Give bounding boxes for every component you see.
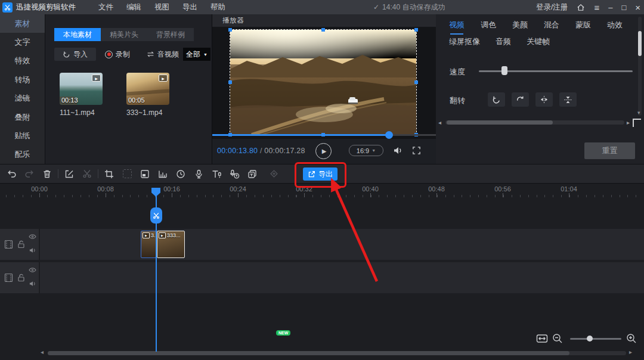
tab-mask[interactable]: 蒙版 (575, 20, 591, 30)
tab-keyframe[interactable]: 关键帧 (527, 36, 550, 47)
lock-icon[interactable] (17, 240, 25, 249)
minimize-button[interactable]: – (608, 3, 612, 12)
resize-handle[interactable] (228, 80, 232, 84)
duration-clock-icon[interactable] (172, 169, 190, 179)
media-clip-card[interactable]: ▶ 00:05 (126, 73, 169, 105)
timeline-hscroll-thumb[interactable] (48, 351, 569, 355)
seekbar-thumb[interactable] (385, 131, 393, 139)
sidebar-item-filters[interactable]: 滤镜 (0, 89, 45, 108)
hscroll-right-arrow[interactable]: ▸ (627, 119, 630, 126)
track-mute-icon[interactable] (29, 280, 36, 287)
home-icon[interactable] (577, 4, 585, 11)
export-button[interactable]: 导出 (303, 167, 338, 181)
import-button[interactable]: 导入 (54, 48, 96, 61)
tab-greenscreen[interactable]: 绿屏抠像 (449, 36, 480, 47)
delete-icon[interactable] (38, 169, 56, 179)
props-vscroll-thumb[interactable] (638, 31, 642, 56)
timeline-clip[interactable]: ▶3. (141, 231, 156, 258)
text-to-speech-icon[interactable] (208, 169, 225, 179)
rotate-right-button[interactable] (512, 92, 529, 107)
filter-dropdown[interactable]: 全部 ▼ (183, 48, 210, 61)
hamburger-menu-icon[interactable]: ≡ (594, 2, 599, 13)
tab-color[interactable]: 调色 (481, 20, 496, 30)
props-vscrollbar[interactable] (638, 17, 642, 116)
rotate-left-button[interactable] (488, 92, 505, 107)
lock-icon[interactable] (17, 274, 25, 282)
sidebar-item-music[interactable]: 配乐 (0, 145, 45, 164)
voiceover-mic-icon[interactable] (190, 169, 208, 179)
media-type-toggle[interactable]: 音视频 (147, 48, 179, 61)
timeline-hscroll-left[interactable]: ◂ (41, 349, 44, 355)
tab-intro-templates[interactable]: 精美片头 (101, 28, 147, 41)
props-hscrollbar[interactable] (445, 120, 624, 125)
playhead-split-button[interactable] (150, 207, 162, 224)
picture-in-picture-icon[interactable] (136, 169, 154, 179)
flip-vertical-button[interactable] (559, 92, 577, 107)
mosaic-region-icon[interactable] (118, 169, 136, 178)
fullscreen-icon[interactable] (412, 146, 421, 155)
close-button[interactable]: × (635, 2, 640, 13)
clip-duration: 00:13 (61, 97, 78, 104)
tab-motion[interactable]: 动效 (607, 20, 623, 30)
resize-handle[interactable] (414, 80, 418, 84)
sidebar-item-overlay[interactable]: 叠附 (0, 108, 45, 126)
speech-to-text-icon[interactable] (225, 169, 243, 179)
menu-file[interactable]: 文件 (98, 2, 113, 13)
timeline-zoom-slider[interactable] (570, 338, 621, 340)
speed-slider-thumb[interactable] (501, 66, 507, 75)
aspect-ratio-dropdown[interactable]: 16:9 ▼ (349, 145, 383, 156)
zoom-out-icon[interactable] (552, 333, 563, 344)
timeline-zoom-thumb[interactable] (587, 336, 593, 342)
fit-timeline-icon[interactable] (536, 334, 548, 343)
menu-view[interactable]: 视图 (154, 2, 169, 13)
menu-edit[interactable]: 编辑 (126, 2, 141, 13)
tab-video[interactable]: 视频 (449, 20, 465, 30)
flip-horizontal-button[interactable] (535, 92, 553, 107)
vscroll-down-arrow[interactable]: ▾ (637, 110, 640, 116)
sidebar-item-text[interactable]: 文字 (0, 33, 45, 51)
membership-diamond-icon[interactable] (265, 169, 283, 178)
tab-local-media[interactable]: 本地素材 (54, 28, 101, 41)
video-preview[interactable] (230, 29, 417, 135)
volume-icon[interactable] (392, 145, 404, 156)
zoom-in-icon[interactable] (626, 333, 637, 344)
menu-help[interactable]: 帮助 (210, 2, 225, 13)
menu-export[interactable]: 导出 (182, 2, 197, 13)
timeline-hscroll-right[interactable]: ▸ (629, 349, 632, 355)
reset-button[interactable]: 重置 (584, 142, 635, 159)
tab-audio[interactable]: 音频 (496, 36, 511, 47)
hscroll-left-arrow[interactable]: ◂ (438, 119, 441, 126)
video-frame (230, 30, 416, 135)
tab-blend[interactable]: 混合 (544, 20, 559, 30)
tab-background-samples[interactable]: 背景样例 (147, 28, 194, 41)
sidebar-item-material[interactable]: 素材 (0, 14, 45, 33)
eye-visibility-icon[interactable] (29, 267, 36, 273)
edit-icon[interactable] (60, 169, 78, 179)
audio-wave-icon[interactable] (154, 169, 172, 179)
tab-beauty[interactable]: 美颜 (512, 20, 528, 30)
template-subtitle-icon[interactable] (243, 169, 261, 179)
sidebar-item-effects[interactable]: 特效 (0, 52, 45, 70)
undo-icon[interactable] (2, 169, 20, 178)
record-button[interactable]: 录制 (105, 48, 130, 61)
redo-icon[interactable] (20, 169, 38, 178)
crop-icon[interactable] (100, 169, 118, 179)
resize-handle[interactable] (321, 28, 325, 32)
props-hscroll-thumb[interactable] (447, 120, 553, 125)
play-button[interactable]: ▶ (315, 143, 332, 159)
timeline-clip-selected[interactable]: ▶333... (157, 231, 185, 258)
media-clip-card[interactable]: ▶ 00:13 (60, 73, 103, 105)
resize-handle[interactable] (414, 28, 418, 32)
maximize-button[interactable]: □ (621, 3, 626, 12)
sidebar-item-stickers[interactable]: 贴纸 (0, 126, 45, 145)
sidebar-item-transitions[interactable]: 转场 (0, 70, 45, 89)
eye-visibility-icon[interactable] (29, 234, 36, 240)
timeline-ruler[interactable]: 00:00 00:08 00:16 00:24 00:32 00:40 00:4… (0, 184, 644, 198)
seekbar-track[interactable] (389, 134, 436, 136)
split-scissors-icon[interactable] (78, 169, 96, 178)
track-mute-icon[interactable] (29, 247, 36, 254)
login-register-link[interactable]: 登录/注册 (536, 2, 568, 13)
seekbar-progress[interactable] (212, 134, 389, 136)
resize-handle[interactable] (228, 28, 232, 32)
timeline-hscrollbar[interactable] (48, 351, 626, 355)
